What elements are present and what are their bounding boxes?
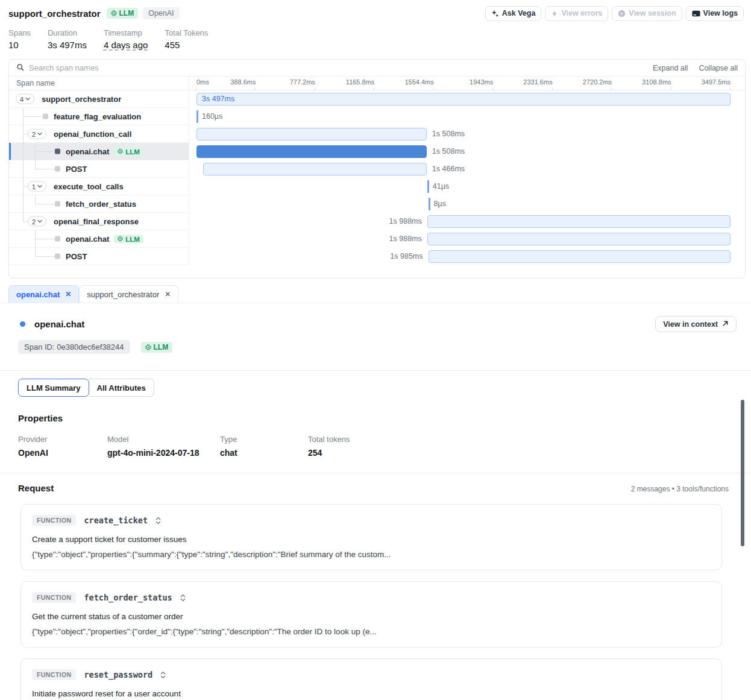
duration-bar[interactable] (429, 198, 430, 210)
ask-vega-button[interactable]: Ask Vega (485, 6, 542, 21)
span-tree-cell[interactable]: POST (9, 248, 189, 265)
button-label: View logs (703, 9, 738, 17)
duration-label: 1s 988ms (389, 213, 422, 230)
tree-connector (35, 239, 55, 239)
waterfall-cell[interactable]: 1s 508ms (189, 143, 745, 160)
waterfall-header: Span name 0ms388.6ms777.2ms1165.8ms1554.… (9, 77, 745, 90)
function-card-header: FUNCTIONcreate_ticket (32, 515, 711, 526)
expand-toggle[interactable]: 4 (16, 94, 34, 104)
waterfall-cell[interactable]: 8µs (189, 195, 745, 213)
span-name[interactable]: openai_final_response (54, 217, 139, 226)
tab-all-attributes[interactable]: All Attributes (89, 379, 154, 397)
function-card-fetch_order_status: FUNCTIONfetch_order_statusGet the curren… (20, 581, 722, 648)
tree-connector (23, 116, 43, 117)
span-name[interactable]: openai.chatLLM (66, 147, 143, 156)
property-label: Provider (18, 435, 107, 444)
duration-bar[interactable] (429, 250, 731, 263)
close-icon[interactable]: ✕ (65, 290, 71, 298)
function-card-create_ticket: FUNCTIONcreate_ticketCreate a support ti… (20, 504, 722, 570)
duration-bar[interactable] (427, 180, 429, 193)
span-type-icon (55, 254, 60, 259)
collapse-all-button[interactable]: Collapse all (699, 64, 738, 72)
span-tree-cell[interactable]: 2openai_final_response (9, 213, 189, 230)
timeline-tick-mark (374, 87, 374, 90)
span-tab-openai-chat[interactable]: openai.chat✕ (8, 285, 79, 303)
span-name[interactable]: openai.chatLLM (66, 235, 143, 244)
waterfall-cell[interactable]: 1s 988ms (189, 213, 745, 230)
stat-value[interactable]: 4 days ago (104, 40, 148, 50)
waterfall-track: 1s 988ms (196, 230, 731, 248)
chevron-down-icon (25, 97, 30, 101)
span-tree-cell[interactable]: 2openai_function_call (9, 125, 189, 143)
waterfall-cell[interactable]: 1s 985ms (189, 248, 745, 265)
scrollbar-thumb[interactable] (741, 400, 744, 546)
waterfall-cell[interactable]: 3s 497ms (189, 90, 745, 108)
span-name[interactable]: POST (66, 165, 87, 174)
span-tree-cell[interactable]: openai.chatLLM (9, 230, 189, 248)
tree-connector (35, 151, 55, 152)
duration-label: 1s 508ms (432, 125, 465, 143)
expand-toggle[interactable]: 1 (28, 181, 46, 192)
tree-connector (35, 248, 36, 257)
duration-bar[interactable] (203, 163, 427, 175)
waterfall-cell[interactable]: 1s 466ms (189, 160, 745, 178)
properties-grid: ProviderOpenAIModelgpt-4o-mini-2024-07-1… (0, 423, 751, 458)
timeline-axis: 0ms388.6ms777.2ms1165.8ms1554.4ms1943ms2… (196, 77, 731, 90)
property-value: 254 (308, 448, 350, 458)
span-row: 1execute_tool_calls41µs (9, 178, 745, 195)
tree-connector (35, 169, 55, 169)
tab-llm-summary[interactable]: LLM Summary (18, 379, 89, 397)
span-name[interactable]: fetch_order_status (66, 200, 136, 209)
waterfall-cell[interactable]: 1s 508ms (189, 125, 745, 143)
span-tree-cell[interactable]: feature_flag_evaluation (9, 108, 189, 125)
span-tree-cell[interactable]: openai.chatLLM (9, 143, 189, 160)
duration-label: 1s 508ms (432, 143, 465, 160)
expand-toggle[interactable]: 2 (28, 216, 46, 227)
timeline-tick-mark (611, 87, 612, 90)
button-label: View session (629, 9, 676, 17)
span-id-badge: Span ID: 0e380dec6ef38244 (18, 340, 130, 354)
span-name-label: openai.chat (66, 147, 109, 156)
span-name[interactable]: feature_flag_evaluation (54, 112, 141, 121)
duration-label: 160µs (202, 108, 222, 125)
timeline-tick-mark (730, 87, 731, 90)
llm-badge-label: LLM (125, 148, 140, 155)
duration-bar[interactable] (427, 233, 731, 245)
view-in-context-button[interactable]: View in context (655, 316, 737, 332)
timeline-tick-label: 777.2ms (290, 78, 315, 86)
waterfall-cell[interactable]: 41µs (189, 178, 745, 195)
timeline-tick-mark (255, 87, 256, 90)
span-name[interactable]: execute_tool_calls (54, 182, 124, 191)
updown-icon[interactable] (156, 517, 161, 525)
duration-bar[interactable] (196, 110, 198, 123)
span-tab-support_orchestrator[interactable]: support_orchestrator✕ (79, 285, 178, 303)
duration-bar[interactable]: 3s 497ms (196, 93, 731, 106)
updown-icon[interactable] (180, 594, 186, 602)
waterfall-cell[interactable]: 160µs (189, 108, 745, 125)
span-name[interactable]: support_orchestrator (42, 95, 121, 104)
span-tree-cell[interactable]: 1execute_tool_calls (9, 178, 189, 195)
span-name-label: feature_flag_evaluation (54, 112, 141, 121)
duration-bar[interactable] (196, 128, 427, 140)
span-name[interactable]: openai_function_call (54, 130, 131, 139)
duration-bar[interactable] (196, 145, 427, 158)
stat-value: 3s 497ms (48, 40, 87, 50)
waterfall-cell[interactable]: 1s 988ms (189, 230, 745, 248)
stat-label: Spans (8, 28, 31, 37)
updown-icon[interactable] (160, 671, 166, 679)
span-tree-cell[interactable]: 4support_orchestrator (9, 90, 189, 108)
duration-bar[interactable] (427, 215, 731, 228)
function-kind-badge: FUNCTION (32, 669, 76, 680)
search-input[interactable] (29, 63, 642, 72)
span-tree-cell[interactable]: fetch_order_status (9, 195, 189, 213)
view-logs-button[interactable]: View logs (686, 6, 744, 21)
expand-all-button[interactable]: Expand all (653, 64, 688, 72)
expand-toggle[interactable]: 2 (28, 129, 46, 139)
close-icon[interactable]: ✕ (165, 290, 171, 298)
view-errors-button[interactable]: View errors (545, 6, 608, 21)
timeline-tick-label: 0ms (196, 78, 209, 86)
span-tree-cell[interactable]: POST (9, 160, 189, 178)
view-session-button[interactable]: View session (612, 6, 682, 21)
span-name[interactable]: POST (66, 252, 87, 261)
child-count: 4 (20, 95, 24, 102)
